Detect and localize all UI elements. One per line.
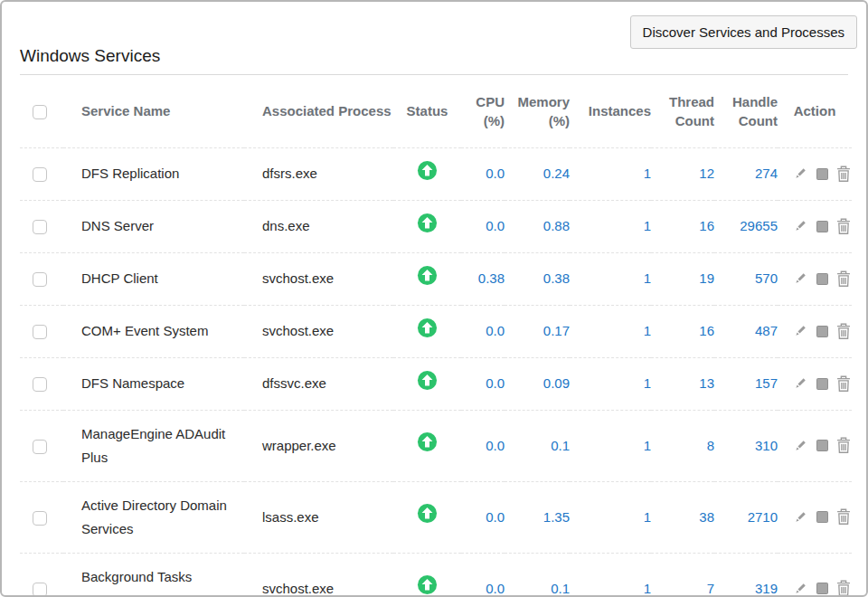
memory-value[interactable]: 1.35 bbox=[505, 481, 570, 553]
memory-value[interactable]: 0.1 bbox=[505, 553, 570, 597]
thread-count-value[interactable]: 12 bbox=[651, 147, 714, 200]
row-checkbox[interactable] bbox=[33, 511, 47, 526]
table-row: DFS Namespace dfssvc.exe 0.0 0.09 1 13 1… bbox=[20, 357, 852, 410]
col-header-cpu: CPU (%) bbox=[461, 75, 505, 147]
col-header-label: (%) bbox=[505, 111, 570, 130]
handle-count-value[interactable]: 487 bbox=[714, 305, 778, 357]
row-checkbox[interactable] bbox=[33, 440, 47, 454]
edit-pencil-icon[interactable] bbox=[792, 323, 808, 339]
status-cell bbox=[393, 357, 461, 410]
stop-square-icon[interactable] bbox=[816, 168, 828, 180]
row-checkbox[interactable] bbox=[33, 167, 47, 182]
handle-count-value[interactable]: 310 bbox=[714, 410, 778, 481]
edit-pencil-icon[interactable] bbox=[792, 166, 808, 182]
instances-value[interactable]: 1 bbox=[570, 305, 651, 357]
instances-value[interactable]: 1 bbox=[570, 252, 651, 305]
delete-trash-icon[interactable] bbox=[836, 375, 851, 393]
edit-pencil-icon[interactable] bbox=[792, 218, 808, 234]
thread-count-value[interactable]: 8 bbox=[651, 410, 714, 481]
memory-value[interactable]: 0.38 bbox=[505, 252, 570, 305]
delete-trash-icon[interactable] bbox=[836, 166, 851, 183]
cpu-value[interactable]: 0.0 bbox=[461, 410, 505, 481]
stop-square-icon[interactable] bbox=[816, 221, 828, 232]
col-header-label: Instances bbox=[589, 103, 651, 118]
instances-value[interactable]: 1 bbox=[570, 357, 651, 410]
instances-value[interactable]: 1 bbox=[570, 147, 651, 200]
thread-count-value[interactable]: 19 bbox=[651, 252, 714, 305]
edit-pencil-icon[interactable] bbox=[792, 438, 808, 454]
thread-count-value[interactable]: 16 bbox=[651, 200, 714, 252]
stop-square-icon[interactable] bbox=[816, 511, 828, 523]
col-header-status: Status bbox=[393, 75, 461, 147]
row-select-cell bbox=[20, 410, 63, 481]
instances-value[interactable]: 1 bbox=[570, 410, 651, 481]
stop-square-icon[interactable] bbox=[816, 273, 828, 285]
memory-value[interactable]: 0.09 bbox=[505, 357, 570, 410]
page-header: Discover Services and Processes Windows … bbox=[20, 2, 848, 75]
handle-count-value[interactable]: 570 bbox=[714, 252, 778, 305]
thread-count-value[interactable]: 38 bbox=[651, 481, 714, 553]
cpu-value[interactable]: 0.0 bbox=[461, 553, 505, 597]
edit-pencil-icon[interactable] bbox=[792, 375, 808, 392]
thread-count-value[interactable]: 13 bbox=[651, 357, 714, 410]
page-title: Windows Services bbox=[20, 46, 160, 66]
action-cell bbox=[778, 410, 852, 481]
cpu-value[interactable]: 0.0 bbox=[461, 357, 505, 410]
associated-process-cell: svchost.exe bbox=[244, 553, 393, 597]
row-select-cell bbox=[20, 481, 63, 553]
cpu-value[interactable]: 0.38 bbox=[461, 252, 505, 305]
delete-trash-icon[interactable] bbox=[836, 218, 851, 235]
status-cell bbox=[393, 252, 461, 305]
stop-square-icon[interactable] bbox=[816, 378, 828, 390]
thread-count-value[interactable]: 16 bbox=[651, 305, 714, 357]
cpu-value[interactable]: 0.0 bbox=[461, 200, 505, 252]
delete-trash-icon[interactable] bbox=[836, 508, 851, 526]
cpu-value[interactable]: 0.0 bbox=[461, 481, 505, 553]
col-header-handle-count: Handle Count bbox=[714, 75, 778, 147]
row-checkbox[interactable] bbox=[33, 325, 47, 339]
thread-count-value[interactable]: 7 bbox=[651, 553, 714, 597]
handle-count-value[interactable]: 29655 bbox=[714, 200, 778, 252]
service-name-cell: DHCP Client bbox=[63, 252, 244, 305]
action-cell bbox=[778, 553, 852, 597]
handle-count-value[interactable]: 319 bbox=[714, 553, 778, 597]
col-header-label: Associated Process bbox=[262, 103, 392, 118]
delete-trash-icon[interactable] bbox=[836, 580, 851, 597]
select-all-checkbox[interactable] bbox=[33, 105, 47, 119]
delete-trash-icon[interactable] bbox=[836, 270, 851, 288]
memory-value[interactable]: 0.1 bbox=[505, 410, 570, 481]
delete-trash-icon[interactable] bbox=[836, 323, 851, 340]
edit-pencil-icon[interactable] bbox=[792, 509, 808, 526]
handle-count-value[interactable]: 2710 bbox=[714, 481, 778, 553]
edit-pencil-icon[interactable] bbox=[792, 581, 808, 597]
select-all-header bbox=[20, 75, 63, 147]
handle-count-value[interactable]: 157 bbox=[714, 357, 778, 410]
stop-square-icon[interactable] bbox=[816, 326, 828, 337]
row-checkbox[interactable] bbox=[33, 583, 47, 597]
service-name-cell: Active Directory Domain Services bbox=[63, 481, 244, 553]
status-cell bbox=[393, 200, 461, 252]
instances-value[interactable]: 1 bbox=[570, 200, 651, 252]
table-row: Active Directory Domain Services lsass.e… bbox=[20, 481, 852, 553]
action-cell bbox=[778, 200, 852, 252]
stop-square-icon[interactable] bbox=[816, 583, 828, 594]
associated-process-cell: dfssvc.exe bbox=[244, 357, 393, 410]
stop-square-icon[interactable] bbox=[816, 440, 828, 451]
row-checkbox[interactable] bbox=[33, 377, 47, 392]
action-cell bbox=[778, 357, 852, 410]
row-checkbox[interactable] bbox=[33, 272, 47, 287]
memory-value[interactable]: 0.17 bbox=[505, 305, 570, 357]
cpu-value[interactable]: 0.0 bbox=[461, 147, 505, 200]
cpu-value[interactable]: 0.0 bbox=[461, 305, 505, 357]
col-header-label: Handle bbox=[714, 92, 778, 111]
edit-pencil-icon[interactable] bbox=[792, 270, 808, 287]
discover-services-button[interactable]: Discover Services and Processes bbox=[630, 15, 857, 49]
row-checkbox[interactable] bbox=[33, 220, 47, 234]
memory-value[interactable]: 0.88 bbox=[505, 200, 570, 252]
delete-trash-icon[interactable] bbox=[836, 437, 851, 454]
associated-process-cell: dfsrs.exe bbox=[244, 147, 393, 200]
instances-value[interactable]: 1 bbox=[570, 481, 651, 553]
memory-value[interactable]: 0.24 bbox=[505, 147, 570, 200]
instances-value[interactable]: 1 bbox=[570, 553, 651, 597]
handle-count-value[interactable]: 274 bbox=[714, 147, 778, 200]
